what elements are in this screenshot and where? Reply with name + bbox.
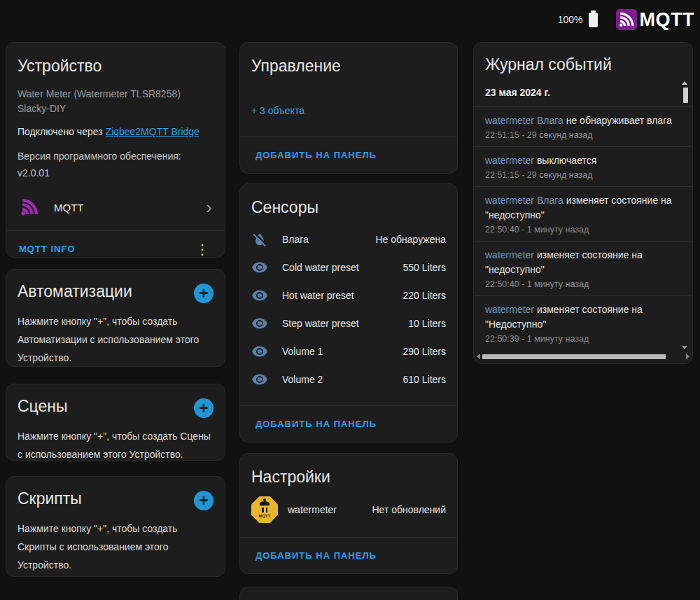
firmware-label: Версия программного обеспечения: [18,148,214,165]
scenes-title: Сцены [18,397,68,416]
integration-name: MQTT [54,202,193,214]
add-script-button[interactable] [194,491,214,510]
scroll-down-icon[interactable] [682,346,687,349]
update-entity-row[interactable]: MQTT watermeter Нет обновлений [251,496,446,523]
kebab-menu-icon[interactable]: ⋮ [191,241,214,258]
logbook-entry: watermeter изменяет состояние на "Недост… [474,296,692,350]
logbook-timestamp: 22:51:15 - 29 секунд назад [485,130,673,140]
sensors-title: Сенсоры [251,198,446,217]
automations-description: Нажмите кнопку "+", чтобы создать Автома… [18,312,214,367]
device-model: Water Meter (Watermeter TLSR8258) [18,87,214,102]
mqtt-logo-text: MQTT [640,9,694,31]
sensor-value: 290 Liters [403,346,446,357]
mqtt-icon [18,195,41,219]
logbook-card: Журнал событий 23 мая 2024 г. watermeter… [473,42,693,364]
mqtt-signal-icon [616,9,637,30]
eye-icon [251,287,268,304]
zigbee2mqtt-icon: MQTT [251,496,278,523]
sensors-add-to-dashboard-button[interactable]: ДОБАВИТЬ НА ПАНЕЛЬ [251,414,381,433]
settings-card-footer: ДОБАВИТЬ НА ПАНЕЛЬ [240,537,457,573]
sensor-value: 220 Liters [403,290,446,301]
automations-card: Автоматизации Нажмите кнопку "+", чтобы … [6,269,225,367]
scripts-card: Скрипты Нажмите кнопку "+", чтобы создат… [6,476,225,577]
mqtt-info-button[interactable]: MQTT INFO [15,239,80,258]
sensor-name: Step water preset [282,318,394,329]
scroll-left-icon[interactable] [477,354,480,359]
controls-title: Управление [251,57,446,76]
eye-icon [251,315,268,332]
firmware-block: Версия программного обеспечения: v2.0.01 [18,148,214,181]
add-automation-button[interactable] [194,284,214,303]
sensor-row[interactable]: Volume 2 610 Liters [251,365,446,393]
device-manufacturer: Slacky-DIY [18,102,214,116]
controls-card-footer: ДОБАВИТЬ НА ПАНЕЛЬ [240,137,457,173]
water-off-icon [251,231,268,248]
battery-icon [589,13,598,27]
sensors-card: Сенсоры Влага Не обн [239,183,458,442]
device-card-footer: MQTT INFO ⋮ [6,230,225,267]
scenes-card: Сцены Нажмите кнопку "+", чтобы создать … [6,384,225,461]
firmware-version: v2.0.01 [18,165,214,181]
sensor-name: Cold water preset [282,262,389,273]
sensor-name: Volume 1 [282,346,389,357]
eye-icon [251,371,268,388]
eye-icon [251,259,268,276]
sensor-row[interactable]: Volume 1 290 Liters [251,337,446,365]
show-more-entities-link[interactable]: + 3 объекта [251,105,304,116]
automations-title: Автоматизации [18,282,132,301]
update-entity-state: Нет обновлений [372,504,447,515]
horizontal-scrollbar[interactable] [477,354,690,359]
connection-prefix: Подключено через [18,126,106,137]
chevron-right-icon: › [206,200,214,214]
scroll-up-icon[interactable] [682,81,687,85]
sensor-row[interactable]: Step water preset 10 Liters [251,309,446,337]
logbook-entries: watermeter Влага не обнаруживает влага 2… [474,107,692,350]
logbook-entity-link[interactable]: watermeter Влага [485,195,564,206]
logbook-entity-link[interactable]: watermeter Влага [485,115,564,126]
device-info-card: Устройство Water Meter (Watermeter TLSR8… [6,42,225,258]
sensor-row[interactable]: Влага Не обнаружена [251,225,446,253]
logbook-timestamp: 22:50:40 - 1 минуту назад [485,279,673,289]
connection-line: Подключено через Zigbee2MQTT Bridge [18,125,214,139]
logbook-action: не обнаруживает влага [566,115,672,126]
vertical-scrollbar-thumb[interactable] [683,88,688,103]
status-bar: 100% MQTT [558,6,694,34]
mqtt-integration-row[interactable]: MQTT › [18,190,214,225]
add-scene-button[interactable] [194,398,214,418]
logbook-entity-link[interactable]: watermeter [485,304,534,315]
logbook-timestamp: 22:50:39 - 1 минуту назад [485,334,673,344]
zigbee2mqtt-bridge-link[interactable]: Zigbee2MQTT Bridge [106,126,200,137]
scroll-right-icon[interactable] [686,354,690,359]
update-entity-name: watermeter [288,504,363,515]
eye-icon [251,343,268,360]
sensor-value: 550 Liters [403,262,446,273]
next-card-partial [239,587,458,600]
sensor-list: Влага Не обнаружена C [251,225,446,393]
logbook-action: выключается [537,155,596,166]
logbook-entry: watermeter выключается 22:51:15 - 29 сек… [474,147,692,187]
sensor-name: Volume 2 [282,374,389,385]
settings-title: Настройки [251,468,446,487]
logbook-date-header: 23 мая 2024 г. [474,74,692,107]
scenes-description: Нажмите кнопку "+", чтобы создать Сцены … [18,427,214,463]
settings-add-to-dashboard-button[interactable]: ДОБАВИТЬ НА ПАНЕЛЬ [251,546,381,565]
sensor-value: 610 Liters [403,374,446,385]
logbook-entity-link[interactable]: watermeter [485,249,534,260]
logbook-entry: watermeter Влага не обнаруживает влага 2… [474,107,692,147]
logbook-timestamp: 22:50:40 - 1 минуту назад [485,225,673,235]
sensor-row[interactable]: Hot water preset 220 Liters [251,281,446,309]
sensor-row[interactable]: Cold water preset 550 Liters [251,253,446,281]
sensors-card-footer: ДОБАВИТЬ НА ПАНЕЛЬ [240,405,457,442]
logbook-entity-link[interactable]: watermeter [485,155,534,166]
device-card-title: Устройство [18,57,214,76]
controls-card: Управление + 3 объекта ДОБАВИТЬ НА ПАНЕЛ… [239,42,458,174]
horizontal-scrollbar-thumb[interactable] [482,354,666,359]
scripts-description: Нажмите кнопку "+", чтобы создать Скрипт… [18,519,214,574]
logbook-title: Журнал событий [474,55,692,74]
mqtt-logo: MQTT [616,9,694,31]
scripts-title: Скрипты [18,489,82,508]
controls-add-to-dashboard-button[interactable]: ДОБАВИТЬ НА ПАНЕЛЬ [251,146,381,165]
sensor-name: Hot water preset [282,290,389,301]
settings-card: Настройки MQTT watermeter Нет обновлений… [239,453,458,574]
logbook-entry: watermeter Влага изменяет состояние на "… [474,187,692,242]
